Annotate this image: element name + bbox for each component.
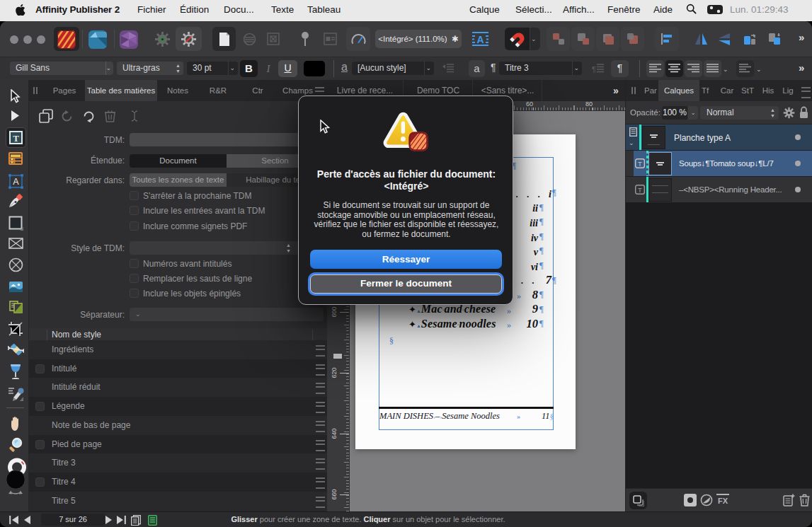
- svg-text:¶: ¶: [592, 65, 596, 74]
- svg-text:T: T: [13, 133, 19, 144]
- svg-text:T: T: [638, 186, 642, 194]
- svg-text:A: A: [13, 177, 19, 187]
- svg-text:A: A: [476, 34, 484, 45]
- svg-text:T: T: [638, 160, 642, 168]
